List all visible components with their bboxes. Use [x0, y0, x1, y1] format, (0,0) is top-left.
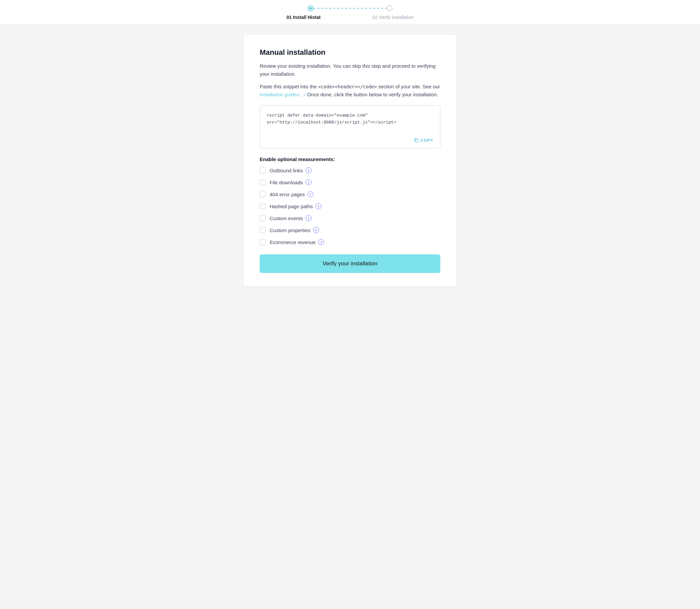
label-file-downloads[interactable]: File downloads i: [270, 179, 312, 185]
measurements-title: Enable optional measurements:: [260, 156, 440, 162]
checkbox-outbound-links[interactable]: [260, 167, 266, 173]
code-tag: <code><header></code>: [318, 84, 377, 89]
label-custom-properties[interactable]: Custom properties i: [270, 227, 319, 233]
checkbox-file-downloads[interactable]: [260, 179, 266, 185]
info-icon-404[interactable]: i: [308, 191, 314, 197]
checkbox-row-custom-events: Custom events i: [260, 215, 440, 221]
copy-icon: [414, 138, 419, 143]
checkbox-row-ecommerce: Ecommerce revenue i: [260, 239, 440, 245]
checkbox-row-outbound: Outbound links i: [260, 167, 440, 173]
checkbox-hashed-paths[interactable]: [260, 203, 266, 209]
info-icon-outbound[interactable]: i: [305, 167, 312, 173]
checkbox-row-custom-props: Custom properties i: [260, 227, 440, 233]
checkbox-row-hashed: Hashed page paths i: [260, 203, 440, 209]
intro-paragraph-2: Paste this snippet into the <code><heade…: [260, 83, 440, 99]
page-title: Manual installation: [260, 48, 440, 57]
step1-label: 01 Install Histat: [277, 15, 330, 20]
installation-guides-link[interactable]: installation guides. ↗: [260, 92, 306, 97]
main-card: Manual installation Review your existing…: [244, 35, 456, 286]
code-snippet-box: <script defer data-domain="example.com" …: [260, 105, 440, 149]
info-icon-downloads[interactable]: i: [305, 179, 312, 185]
copy-button[interactable]: COPY: [412, 137, 435, 144]
copy-label: COPY: [420, 138, 433, 143]
info-icon-ecommerce[interactable]: i: [318, 239, 324, 245]
checkbox-custom-properties[interactable]: [260, 227, 266, 233]
checkbox-404-pages[interactable]: [260, 191, 266, 197]
step-connector: [314, 8, 386, 8]
step2-label: 02 Verify installation: [363, 15, 423, 20]
checkbox-row-404: 404 error pages i: [260, 191, 440, 197]
top-bar: 01 Install Histat 02 Verify installation: [0, 0, 700, 24]
checkbox-ecommerce[interactable]: [260, 239, 266, 245]
label-hashed-paths[interactable]: Hashed page paths i: [270, 203, 321, 209]
label-outbound-links[interactable]: Outbound links i: [270, 167, 312, 173]
checkbox-custom-events[interactable]: [260, 215, 266, 221]
stepper: [308, 5, 392, 11]
verify-installation-button[interactable]: Verify your installation: [260, 254, 440, 273]
step-labels: 01 Install Histat 02 Verify installation: [277, 15, 423, 20]
info-icon-hashed[interactable]: i: [315, 203, 321, 209]
checkbox-row-file-downloads: File downloads i: [260, 179, 440, 185]
code-snippet-text: <script defer data-domain="example.com" …: [267, 112, 433, 126]
label-custom-events[interactable]: Custom events i: [270, 215, 312, 221]
info-icon-custom-events[interactable]: i: [305, 215, 312, 221]
step2-circle: [386, 5, 392, 11]
external-link-icon: ↗: [303, 93, 306, 97]
step1-circle: [308, 5, 314, 11]
label-404-pages[interactable]: 404 error pages i: [270, 191, 314, 197]
info-icon-custom-props[interactable]: i: [313, 227, 319, 233]
label-ecommerce[interactable]: Ecommerce revenue i: [270, 239, 324, 245]
svg-rect-0: [416, 139, 418, 142]
measurements-section: Enable optional measurements: Outbound l…: [260, 156, 440, 245]
intro-paragraph-1: Review your existing installation. You c…: [260, 62, 440, 78]
